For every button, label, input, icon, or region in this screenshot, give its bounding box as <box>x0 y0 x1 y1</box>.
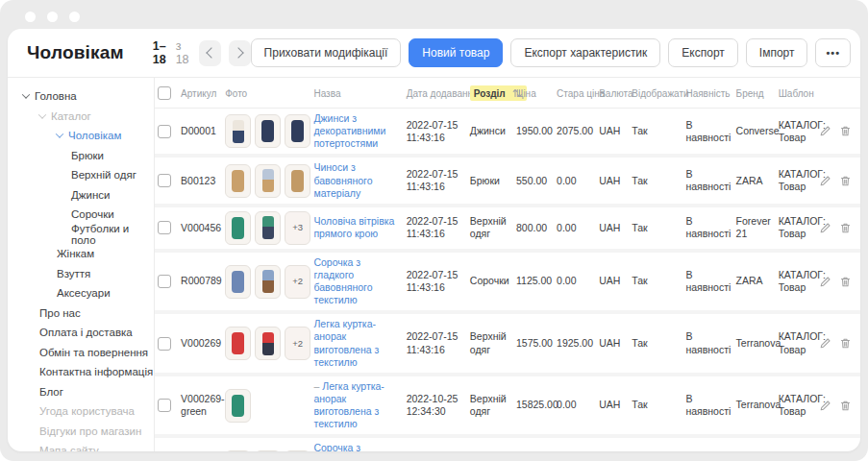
sidebar-item-джинси[interactable]: Джинси <box>8 185 154 206</box>
column-header-photo[interactable]: Фото <box>222 78 310 109</box>
column-header-brand[interactable]: Бренд <box>733 78 776 109</box>
product-photo[interactable] <box>225 265 251 299</box>
product-photo[interactable] <box>255 211 281 245</box>
hide-modifications-button[interactable]: Приховати модифікації <box>251 38 402 67</box>
currency-cell: UAH <box>596 156 629 205</box>
product-name-link[interactable]: Чоловіча вітрівка прямого крою <box>313 215 394 239</box>
edit-button[interactable] <box>819 175 831 187</box>
window-control-dot[interactable] <box>25 12 36 22</box>
edit-button[interactable] <box>819 400 831 412</box>
product-name-link[interactable]: Чиноси з бавовняного матеріалу <box>313 161 372 198</box>
select-all-checkbox[interactable] <box>158 86 171 100</box>
product-photo[interactable] <box>255 327 281 360</box>
product-name-link[interactable]: Сорочка з бавовняного матеріалу притален… <box>313 442 398 451</box>
product-photo[interactable] <box>225 450 251 451</box>
new-product-button[interactable]: Новий товар <box>409 38 503 67</box>
sidebar-item-каталог[interactable]: Каталог <box>8 107 154 127</box>
sidebar-item-блог[interactable]: Блог <box>8 382 154 402</box>
column-header-price[interactable]: Ціна <box>513 78 554 109</box>
export-characteristics-button[interactable]: Експорт характеристик <box>510 38 660 67</box>
column-header-section[interactable]: Розділ <box>467 78 513 109</box>
column-header-old_price[interactable]: Стара ціна <box>554 78 596 109</box>
sidebar-item-жінкам[interactable]: Жінкам <box>8 244 154 264</box>
column-header-name[interactable]: Назва <box>310 78 403 109</box>
product-photo[interactable] <box>225 114 251 148</box>
sidebar-item-аксесуари[interactable]: Аксесуари <box>8 283 154 303</box>
sidebar-item-label: Каталог <box>51 110 91 122</box>
more-photos-badge[interactable]: +2 <box>285 265 310 299</box>
section-cell: Сорочки <box>467 251 513 313</box>
row-checkbox[interactable] <box>158 337 171 351</box>
column-header-date[interactable]: Дата додавання <box>404 78 467 109</box>
column-header-sku[interactable]: Артикул <box>178 78 222 109</box>
product-name-link[interactable]: Джинси з декоративними потертостями <box>313 112 385 149</box>
variant-dash: – <box>313 380 319 392</box>
more-photos-badge[interactable]: +3 <box>285 211 310 245</box>
edit-button[interactable] <box>819 222 831 234</box>
more-photos-badge[interactable]: +2 <box>285 327 310 360</box>
sidebar-item-відгуки-про-магазин[interactable]: Відгуки про магазин <box>8 422 154 442</box>
row-checkbox-cell <box>155 206 178 251</box>
price-cell: 550.00 <box>513 156 554 205</box>
delete-button[interactable] <box>839 175 852 187</box>
product-photo[interactable] <box>285 114 310 148</box>
delete-button[interactable] <box>839 125 852 137</box>
row-checkbox[interactable] <box>158 399 171 412</box>
product-photo[interactable] <box>255 265 281 299</box>
product-photo[interactable] <box>225 211 251 245</box>
sidebar-item-футболки-и-поло[interactable]: Футболки и поло <box>8 225 154 245</box>
export-button[interactable]: Експорт <box>668 38 737 67</box>
delete-button[interactable] <box>839 400 852 412</box>
row-checkbox[interactable] <box>158 275 171 288</box>
date-value: 2022-07-15 <box>407 215 464 228</box>
product-name-link[interactable]: Сорочка з гладкого бавовняного текстилю <box>313 256 372 305</box>
window-control-dot[interactable] <box>69 12 80 22</box>
sidebar-item-про-нас[interactable]: Про нас <box>8 303 154 324</box>
row-checkbox[interactable] <box>158 221 171 234</box>
product-photo[interactable] <box>285 164 310 198</box>
sidebar-item-брюки[interactable]: Брюки <box>8 146 154 166</box>
photo-cell: +2 <box>222 312 310 375</box>
sidebar-item-обмін-та-повернення[interactable]: Обмін та повернення <box>8 343 154 363</box>
table-row: R000879+2Сорочка з бавовняного матеріалу… <box>155 436 860 451</box>
import-button[interactable]: Імпорт <box>746 38 808 67</box>
sidebar-item-головна[interactable]: Головна <box>8 86 154 107</box>
delete-button[interactable] <box>839 276 852 288</box>
column-header-availability[interactable]: Наявність <box>682 78 732 109</box>
sidebar-item-контактна-інформація[interactable]: Контактна інформація <box>8 362 154 382</box>
edit-button[interactable] <box>819 125 831 137</box>
product-name-link[interactable]: Легка куртка-анорак виготовлена з тексти… <box>313 380 384 429</box>
column-header-template[interactable]: Шаблон <box>776 78 824 109</box>
product-photo[interactable] <box>225 327 251 360</box>
window-control-dot[interactable] <box>47 12 58 22</box>
prev-page-button[interactable] <box>199 40 221 66</box>
edit-button[interactable] <box>819 276 831 288</box>
product-photo[interactable] <box>255 114 281 148</box>
edit-button[interactable] <box>819 337 831 350</box>
row-checkbox[interactable] <box>158 174 171 187</box>
column-header-currency[interactable]: Валюта <box>596 78 629 109</box>
more-photos-badge[interactable]: +2 <box>285 450 310 451</box>
column-header-display[interactable]: Відображати <box>629 78 682 109</box>
product-photo[interactable] <box>225 389 251 423</box>
more-actions-button[interactable]: ••• <box>815 38 851 67</box>
delete-button[interactable] <box>839 222 852 234</box>
column-header-label: Ціна <box>516 88 536 99</box>
sidebar-item-оплата-і-доставка[interactable]: Оплата і доставка <box>8 323 154 343</box>
section-cell: Верхній одяг <box>467 375 513 437</box>
display-cell: Так <box>629 206 682 251</box>
delete-button[interactable] <box>839 337 852 350</box>
product-photo[interactable] <box>255 164 281 198</box>
product-photo[interactable] <box>255 450 281 451</box>
sidebar-item-сорочки[interactable]: Сорочки <box>8 205 154 225</box>
product-photo[interactable] <box>225 164 251 198</box>
row-checkbox[interactable] <box>158 125 171 138</box>
sidebar-item-угода-користувача[interactable]: Угода користувача <box>8 401 154 422</box>
sidebar-item-верхній-одяг[interactable]: Верхній одяг <box>8 165 154 185</box>
sidebar-item-мапа-сайту[interactable]: Мапа сайту <box>8 441 154 451</box>
next-page-button[interactable] <box>229 40 251 66</box>
sidebar-item-чоловікам[interactable]: Чоловікам <box>8 126 154 146</box>
name-cell: –Легка куртка-анорак виготовлена з текст… <box>310 375 403 437</box>
product-name-link[interactable]: Легка куртка-анорак виготовлена з тексти… <box>313 318 379 367</box>
sidebar-item-взуття[interactable]: Взуття <box>8 264 154 284</box>
